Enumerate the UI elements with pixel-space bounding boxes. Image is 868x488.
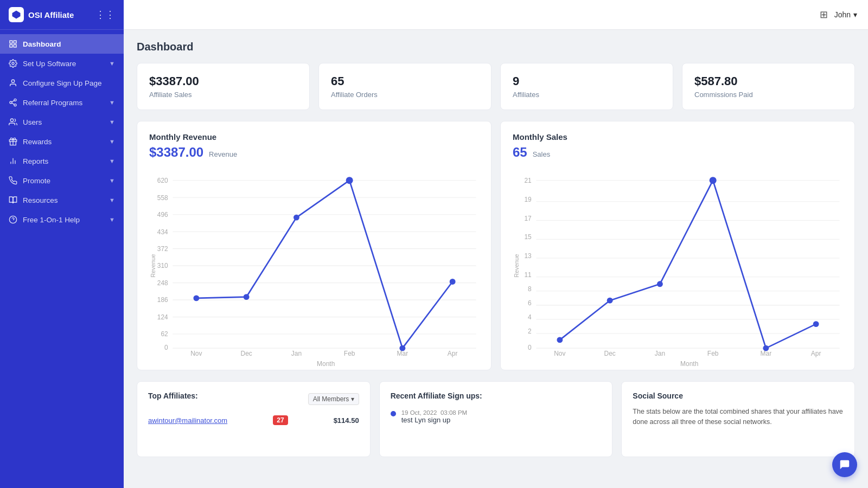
chat-bubble-button[interactable] (832, 452, 857, 477)
svg-point-5 (12, 62, 14, 65)
svg-rect-3 (10, 44, 12, 47)
sidebar-item-reports[interactable]: Reports ▼ (0, 151, 124, 171)
svg-text:13: 13 (524, 252, 532, 260)
content-area: Dashboard $3387.00 Affiliate Sales 65 Af… (124, 30, 868, 488)
sidebar-item-configure[interactable]: Configure Sign Up Page (0, 73, 124, 93)
user-menu[interactable]: John ▾ (834, 10, 857, 19)
svg-line-11 (12, 100, 15, 102)
svg-text:620: 620 (157, 177, 168, 184)
svg-point-43 (193, 295, 199, 301)
svg-text:Dec: Dec (241, 350, 252, 357)
revenue-label: Revenue (209, 150, 237, 158)
top-affiliates-card: Top Affiliates: All Members ▾ awintour@m… (137, 381, 371, 457)
svg-text:496: 496 (157, 211, 168, 219)
hamburger-icon[interactable]: ⋮⋮ (95, 9, 115, 21)
stat-label: Commissions Paid (694, 91, 843, 99)
svg-text:558: 558 (157, 194, 168, 202)
svg-point-8 (10, 101, 12, 104)
svg-point-84 (813, 321, 819, 327)
recent-signups-title: Recent Affiliate Sign ups: (391, 391, 602, 400)
svg-text:372: 372 (157, 245, 168, 253)
sidebar-item-label: Set Up Software (23, 60, 76, 68)
stat-label: Affiliate Orders (331, 91, 479, 99)
svg-text:6: 6 (528, 299, 532, 307)
svg-point-45 (293, 215, 299, 221)
sidebar-item-label: Free 1-On-1 Help (23, 216, 80, 224)
chevron-down-icon: ▼ (109, 138, 115, 145)
svg-text:15: 15 (524, 233, 532, 241)
chevron-down-icon: ▼ (109, 60, 115, 67)
top-affiliates-header: Top Affiliates: All Members ▾ (148, 391, 359, 407)
sidebar-item-label: Users (23, 118, 42, 126)
svg-text:Nov: Nov (190, 350, 202, 357)
sidebar-item-users[interactable]: Users ▼ (0, 112, 124, 132)
svg-line-10 (12, 103, 15, 105)
sidebar-item-label: Resources (23, 196, 58, 204)
svg-text:Month: Month (680, 360, 698, 368)
monthly-revenue-chart: Monthly Revenue $3387.00 Revenue 620 558… (137, 121, 492, 370)
user-name: John (834, 10, 851, 19)
stats-row: $3387.00 Affiliate Sales 65 Affiliate Or… (137, 63, 855, 110)
sidebar-item-dashboard[interactable]: Dashboard (0, 34, 124, 54)
svg-text:Mar: Mar (761, 350, 772, 357)
recent-signups-card: Recent Affiliate Sign ups: 19 Oct, 2022 … (379, 381, 613, 457)
svg-text:124: 124 (157, 313, 168, 321)
sidebar-item-label: Dashboard (23, 40, 61, 48)
sidebar-nav: Dashboard Set Up Software ▼ Configure Si… (0, 30, 124, 488)
svg-text:11: 11 (524, 271, 532, 279)
svg-text:Mar: Mar (397, 350, 409, 357)
sidebar-item-rewards[interactable]: Rewards ▼ (0, 132, 124, 151)
sidebar-item-label: Reports (23, 157, 48, 165)
svg-point-44 (244, 294, 250, 300)
svg-point-7 (14, 99, 16, 101)
svg-text:Dec: Dec (604, 350, 616, 357)
sales-label: Sales (533, 150, 551, 158)
affiliates-filter-button[interactable]: All Members ▾ (308, 393, 359, 405)
svg-text:2: 2 (528, 328, 532, 335)
affiliate-email[interactable]: awintour@mailinator.com (148, 416, 227, 425)
sidebar-item-promote[interactable]: Promote ▼ (0, 171, 124, 190)
sales-value: 65 (513, 145, 527, 160)
svg-text:310: 310 (157, 262, 168, 269)
svg-marker-0 (12, 11, 21, 19)
affiliate-row: awintour@mailinator.com 27 $114.50 (148, 412, 359, 428)
stat-label: Affiliates (513, 91, 661, 99)
page-title: Dashboard (137, 41, 855, 53)
chart-metric: $3387.00 Revenue (149, 145, 479, 160)
svg-text:Apr: Apr (448, 350, 458, 357)
svg-point-79 (557, 337, 563, 343)
main-content: ⊞ John ▾ Dashboard $3387.00 Affiliate Sa… (124, 0, 868, 488)
sidebar-item-resources[interactable]: Resources ▼ (0, 190, 124, 210)
stat-value: $3387.00 (149, 74, 297, 88)
svg-text:8: 8 (528, 285, 532, 293)
chevron-down-icon: ▼ (109, 197, 115, 203)
bottom-row: Top Affiliates: All Members ▾ awintour@m… (137, 381, 855, 457)
signup-details: 19 Oct, 2022 03:08 PM test Lyn sign up (401, 409, 467, 424)
signup-dot-icon (391, 411, 396, 416)
svg-text:19: 19 (524, 196, 532, 203)
sidebar-item-label: Referral Programs (23, 99, 82, 107)
stat-value: 9 (513, 74, 661, 88)
signup-item: 19 Oct, 2022 03:08 PM test Lyn sign up (391, 407, 602, 427)
app-logo[interactable]: OSI Affiliate (9, 7, 74, 22)
signup-name: test Lyn sign up (401, 416, 467, 424)
layout-icon[interactable]: ⊞ (820, 9, 828, 21)
chat-icon (839, 459, 851, 471)
svg-text:Feb: Feb (707, 350, 719, 357)
chevron-down-icon: ▾ (853, 10, 857, 19)
svg-point-12 (10, 119, 13, 121)
topbar: ⊞ John ▾ (124, 0, 868, 30)
app-name: OSI Affiliate (28, 10, 74, 20)
chart-title: Monthly Sales (513, 132, 843, 142)
logo-icon (9, 7, 24, 22)
sidebar-item-referral[interactable]: Referral Programs ▼ (0, 93, 124, 112)
sidebar-item-setup[interactable]: Set Up Software ▼ (0, 54, 124, 73)
svg-text:434: 434 (157, 228, 168, 236)
stat-label: Affiliate Sales (149, 91, 297, 99)
chart-title: Monthly Revenue (149, 132, 479, 142)
affiliate-amount: $114.50 (334, 416, 359, 425)
sidebar-item-label: Promote (23, 177, 50, 185)
sidebar-item-help[interactable]: Free 1-On-1 Help ▼ (0, 210, 124, 229)
svg-text:4: 4 (528, 313, 532, 321)
svg-point-46 (346, 177, 353, 184)
